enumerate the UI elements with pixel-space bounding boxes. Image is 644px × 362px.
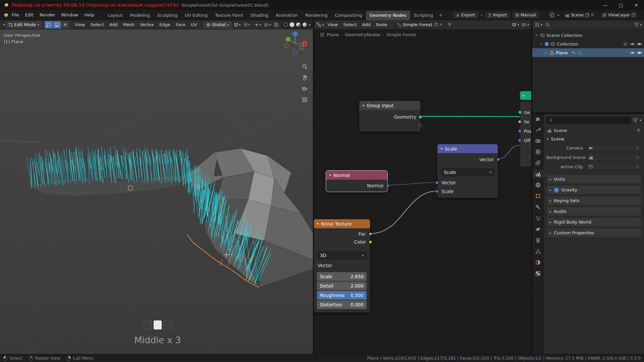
outliner-row-collection[interactable]: ▾ ✓ Collection ✓ (532, 40, 644, 48)
snap-toggle[interactable]: ▾ (233, 21, 242, 28)
properties-tab-physics[interactable] (533, 225, 543, 234)
breadcrumb-item-simple-forest[interactable]: Simple Forest (386, 32, 416, 37)
normal-node-header[interactable]: ▾Normal (326, 171, 387, 180)
search-icon[interactable] (545, 22, 550, 27)
chevron-down-icon[interactable]: ▾ (558, 13, 559, 17)
pin-icon[interactable] (636, 128, 641, 133)
collapse-icon[interactable]: ▸ (550, 178, 551, 181)
pin-icon[interactable] (447, 22, 452, 27)
workspace-tab-animation[interactable]: Animation (272, 11, 302, 20)
eyedropper-icon[interactable] (635, 156, 639, 159)
viewport-menu-select[interactable]: Select (88, 20, 107, 29)
viewport-menu-add[interactable]: Add (107, 20, 120, 29)
copy-icon[interactable] (434, 23, 438, 26)
noise-texture-node-header[interactable]: ▾Noise Texture (314, 219, 370, 228)
collapse-icon[interactable]: ▾ (363, 104, 364, 107)
collapse-icon[interactable]: ▾ (317, 222, 319, 226)
breadcrumb-item-geometrynodes[interactable]: GeometryNodes (345, 32, 380, 37)
screen-layout-icon[interactable] (550, 13, 554, 17)
copy-icon[interactable] (632, 13, 635, 17)
camera-view-tool[interactable] (301, 84, 309, 93)
noise-param-distortion[interactable]: Distortion0.000 (317, 300, 367, 309)
chevron-down-icon[interactable]: ▾ (640, 23, 642, 26)
properties-tab-scene[interactable] (532, 170, 544, 178)
properties-tab-tool[interactable] (533, 125, 543, 134)
edge-select-button[interactable] (53, 21, 61, 28)
mode-selector[interactable]: Edit Mode▾ (6, 21, 42, 28)
viewport-menu-uv[interactable]: UV (188, 20, 200, 29)
overlays-toggle[interactable]: ▾ (263, 21, 272, 28)
gizmo-x-neg-axis[interactable] (284, 44, 289, 48)
gizmo-z-axis[interactable] (293, 32, 298, 37)
transform-orientation-selector[interactable]: Global▾ (204, 21, 232, 28)
collapse-icon[interactable]: ▸ (550, 188, 551, 192)
set-position-node-header[interactable]: ▾ (520, 91, 531, 100)
viewport-menu-vertex[interactable]: Vertex (137, 20, 157, 29)
viewport-menu-view[interactable]: View (72, 20, 88, 29)
scene-selector[interactable]: Scene ✕ (562, 11, 596, 19)
chevron-down-icon[interactable]: ▾ (527, 23, 529, 26)
material-preview-button[interactable] (296, 22, 301, 27)
virtual-socket[interactable] (419, 124, 422, 127)
workspace-tab-scripting[interactable]: Scripting (410, 11, 437, 20)
blender-menu-icon[interactable] (3, 12, 9, 18)
maximize-button[interactable]: □ (613, 0, 629, 10)
breadcrumb-item-plane[interactable]: Plane (327, 32, 339, 37)
noise-param-scale[interactable]: Scale2.650 (317, 272, 367, 281)
collapse-icon[interactable]: ▸ (550, 199, 551, 202)
properties-tab-particles[interactable] (533, 214, 543, 223)
expand-icon[interactable]: ▸ (544, 51, 548, 54)
properties-tab-world[interactable] (533, 181, 543, 189)
workspace-tab-compositing[interactable]: Compositing (331, 11, 366, 20)
panel-gravity[interactable]: ▸✓Gravity (546, 185, 641, 194)
vector-math-scale-node[interactable]: ▾Scale Vector Scale▾ Vector Scale (437, 144, 498, 198)
hide-eye-icon[interactable] (630, 42, 635, 47)
import-button[interactable]: Import (485, 11, 511, 19)
proportional-editing-toggle[interactable]: ▾ (243, 21, 251, 28)
properties-tab-output[interactable] (533, 147, 543, 156)
navigation-gizmo[interactable]: X (281, 29, 309, 58)
gizmo-y-neg-axis[interactable] (300, 46, 304, 50)
eyedropper-icon[interactable] (635, 165, 639, 169)
hide-eye-icon[interactable] (630, 50, 635, 55)
xray-toggle[interactable] (273, 21, 280, 28)
filter-funnel-icon[interactable] (633, 118, 638, 123)
workspace-tab-shading[interactable]: Shading (247, 11, 272, 20)
workspace-tab-rendering[interactable]: Rendering (302, 11, 331, 20)
properties-search[interactable] (546, 117, 631, 124)
node-canvas[interactable]: Plane›GeometryNodes›Simple Forest ▾Group… (314, 29, 531, 354)
copy-icon[interactable] (585, 13, 589, 17)
workspace-tab-geometry-nodes[interactable]: Geometry Nodes (366, 11, 410, 20)
node-menu-add[interactable]: Add (360, 20, 373, 29)
set-position-node[interactable]: ▾ GeSePosOff (520, 91, 531, 172)
properties-tab-object-data[interactable] (533, 247, 543, 256)
unlink-scene-icon[interactable]: ✕ (591, 13, 594, 17)
outliner-row-plane[interactable]: ▸ Plane (532, 48, 644, 57)
rendered-shading-button[interactable] (303, 22, 307, 27)
search-input[interactable] (555, 118, 628, 123)
scale-node-header[interactable]: ▾Scale (437, 144, 498, 153)
viewport-canvas[interactable]: User Perspective (1) Plane X (0, 29, 313, 354)
properties-tab-texture[interactable] (533, 269, 543, 278)
properties-tab-material[interactable] (533, 258, 543, 267)
disable-render-camera-icon[interactable] (637, 42, 642, 46)
properties-tab-render[interactable] (533, 136, 543, 145)
chevron-down-icon[interactable]: ▾ (249, 23, 250, 26)
noise-dimensions-dropdown[interactable]: 3D▾ (317, 251, 367, 259)
collapse-icon[interactable]: ▾ (523, 94, 524, 98)
noise-texture-node[interactable]: ▾Noise Texture Fac Color 3D▾ Vector Scal… (314, 219, 370, 313)
workspace-tab-texture-paint[interactable]: Texture Paint (211, 11, 247, 20)
workspace-tab-layout[interactable]: Layout (104, 11, 126, 20)
chevron-down-icon[interactable]: ▾ (518, 23, 519, 26)
menu-window[interactable]: Window (58, 10, 81, 20)
node-menu-view[interactable]: View (325, 20, 341, 29)
chevron-down-icon[interactable]: ▾ (541, 23, 542, 26)
node-tree-selector[interactable]: Simple Forest ✕ (394, 21, 445, 28)
export-button[interactable]: Export (453, 11, 478, 19)
collapse-icon[interactable]: ▸ (550, 231, 551, 235)
chevron-down-icon[interactable]: ▾ (309, 23, 311, 26)
panel-audio[interactable]: ▸Audio (546, 207, 641, 216)
editor-type-icon[interactable] (316, 22, 321, 27)
gravity-checkbox[interactable]: ✓ (554, 188, 559, 192)
show-gizmo-toggle[interactable]: ▾ (253, 21, 262, 28)
